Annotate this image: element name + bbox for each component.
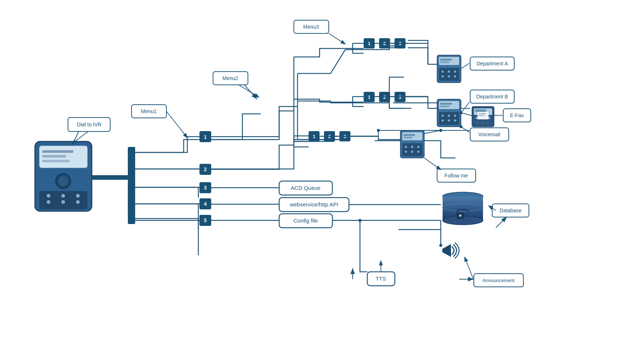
svg-point-163 [405,151,407,153]
svg-text:Database: Database [500,208,522,213]
svg-rect-125 [475,109,486,112]
svg-point-160 [405,146,407,148]
svg-text:E-Fax: E-Fax [510,112,523,118]
svg-text:Follow me: Follow me [444,173,468,179]
svg-point-40 [61,194,65,198]
svg-point-200 [439,244,442,247]
svg-rect-97 [440,59,452,61]
svg-rect-34 [42,155,66,158]
svg-rect-130 [476,121,479,124]
svg-point-191 [459,215,461,217]
svg-line-198 [465,257,474,280]
svg-point-119 [454,119,456,122]
svg-point-117 [442,119,444,122]
svg-rect-111 [440,103,452,105]
svg-point-43 [61,200,65,204]
svg-rect-156 [402,132,422,140]
svg-text:1: 1 [204,134,207,140]
svg-text:Menu3: Menu3 [303,24,319,30]
svg-point-141 [460,125,462,128]
svg-point-115 [448,115,450,117]
svg-point-161 [411,146,413,148]
svg-rect-158 [403,137,412,138]
svg-text:3: 3 [399,94,401,100]
svg-point-104 [448,75,450,78]
diagram-container: Dial to IVR 1 2 3 4 5 [0,0,627,364]
svg-point-181 [358,219,361,222]
svg-point-39 [47,194,50,198]
svg-text:webservice/http API: webservice/http API [289,201,338,208]
svg-rect-33 [42,150,73,153]
svg-text:2: 2 [383,94,386,100]
svg-point-165 [417,151,419,153]
svg-marker-195 [443,245,451,256]
svg-text:Dial to IVR: Dial to IVR [77,122,102,127]
svg-line-133 [461,113,472,116]
svg-rect-131 [481,121,484,124]
svg-rect-157 [403,134,415,136]
svg-rect-112 [440,105,449,107]
svg-line-122 [461,102,469,113]
svg-line-69 [329,33,345,44]
svg-rect-128 [479,113,486,114]
svg-text:TTS: TTS [376,275,386,282]
svg-rect-35 [42,160,70,162]
svg-rect-96 [439,57,459,65]
svg-rect-48 [128,147,135,224]
svg-point-100 [442,71,444,73]
svg-text:Department A: Department A [476,61,508,66]
svg-point-114 [442,115,444,117]
svg-text:Voicemail: Voicemail [478,131,500,137]
svg-point-134 [460,111,462,114]
svg-point-103 [442,75,444,78]
svg-text:Config file: Config file [293,217,318,224]
svg-line-62 [166,111,187,138]
svg-text:Menu1: Menu1 [141,108,157,114]
svg-line-140 [461,127,469,132]
svg-rect-38 [39,191,87,209]
svg-point-101 [448,71,450,73]
svg-rect-129 [479,115,484,116]
svg-text:Menu2: Menu2 [223,75,238,81]
svg-text:2: 2 [204,166,207,172]
svg-point-164 [411,151,413,153]
svg-text:ACD Queue: ACD Queue [291,185,321,191]
svg-text:1: 1 [313,134,315,139]
svg-point-102 [454,71,456,73]
svg-line-108 [461,63,469,69]
svg-text:1: 1 [368,94,370,100]
svg-point-116 [454,115,456,117]
svg-line-66 [239,85,259,97]
svg-point-41 [76,194,80,198]
svg-rect-159 [402,143,422,156]
svg-point-118 [448,119,450,122]
svg-point-37 [58,176,68,186]
svg-point-42 [47,200,50,204]
svg-rect-110 [439,101,459,109]
svg-rect-132 [486,121,490,124]
svg-point-44 [76,200,80,204]
svg-text:4: 4 [204,201,207,207]
svg-rect-98 [440,61,449,63]
svg-point-162 [417,146,419,148]
svg-text:1: 1 [368,41,370,46]
svg-point-105 [454,75,456,78]
svg-text:Department B: Department B [476,94,508,100]
svg-text:3: 3 [204,185,207,191]
svg-text:Announcement: Announcement [482,278,515,283]
svg-text:5: 5 [204,217,207,223]
svg-rect-113 [439,112,459,125]
svg-rect-99 [439,68,459,81]
svg-line-168 [424,158,441,170]
